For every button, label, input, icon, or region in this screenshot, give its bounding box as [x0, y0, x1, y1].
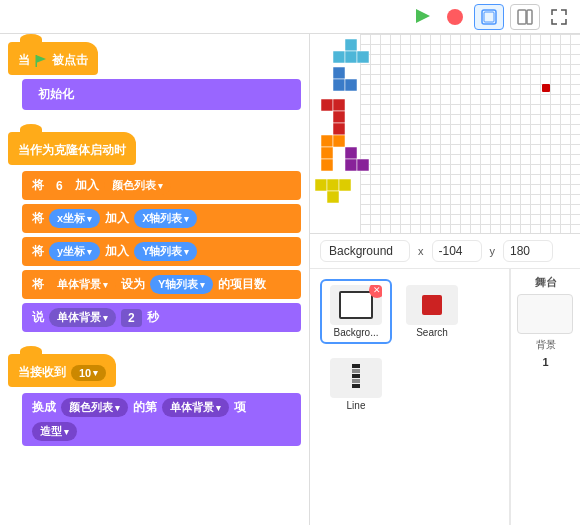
sprite-label-search: Search [416, 327, 448, 338]
svg-rect-24 [345, 159, 357, 171]
svg-rect-4 [518, 10, 526, 24]
sprite-item-line[interactable]: Line [320, 352, 392, 417]
say-block[interactable]: 说 单体背景 2 秒 [22, 303, 301, 332]
svg-rect-11 [357, 51, 369, 63]
expand-button[interactable] [546, 4, 572, 30]
svg-rect-12 [333, 67, 345, 79]
sprite-label-background: Backgro... [333, 327, 378, 338]
svg-rect-22 [321, 159, 333, 171]
svg-rect-17 [333, 111, 345, 123]
stage-mini-thumbnail[interactable] [517, 294, 573, 334]
svg-rect-3 [484, 12, 494, 22]
sprite-delete-button[interactable]: ✕ [369, 285, 382, 298]
stage-side-column: 舞台 背景 1 [510, 269, 580, 525]
top-bar [0, 0, 580, 34]
svg-rect-14 [345, 79, 357, 91]
sprite-thumb-search [406, 285, 458, 325]
right-panel: x y ✕ Backgro... [310, 34, 580, 525]
sprite-item-background[interactable]: ✕ Backgro... [320, 279, 392, 344]
sprite-item-search[interactable]: Search [396, 279, 468, 344]
bottom-panels: ✕ Backgro... Search [310, 269, 580, 525]
init-block[interactable]: 初始化 [22, 79, 301, 110]
svg-rect-15 [321, 99, 333, 111]
block-text: 当作为克隆体启动时 [18, 142, 126, 159]
stage-label: 舞台 [517, 275, 574, 290]
svg-rect-16 [333, 99, 345, 111]
svg-rect-34 [352, 384, 360, 388]
when-receive-block[interactable]: 当接收到 10 [8, 354, 116, 387]
svg-rect-29 [327, 191, 339, 203]
sprite-name-input[interactable] [320, 240, 410, 262]
y-coord-input[interactable] [503, 240, 553, 262]
block-group-4: 当接收到 10 [8, 354, 301, 387]
block-group-2: 当作为克隆体启动时 [8, 132, 301, 165]
svg-rect-28 [339, 179, 351, 191]
main-content: 当 被点击 初始化 当作为克隆体启动时 [0, 34, 580, 525]
set-single-bg-block[interactable]: 将 单体背景 设为 Y轴列表 的项目数 [22, 270, 301, 299]
sprite-thumb-line [330, 358, 382, 398]
svg-rect-19 [321, 135, 333, 147]
svg-rect-27 [327, 179, 339, 191]
block-label: 初始化 [38, 86, 74, 103]
sprite-label-line: Line [347, 400, 366, 411]
block-group-3: 将 6 加入 颜色列表 将 x坐标 加入 X轴列表 将 y坐标 加入 Y轴列表 … [22, 171, 301, 332]
red-dot-sprite [542, 84, 550, 92]
svg-rect-26 [315, 179, 327, 191]
y-label: y [490, 245, 496, 257]
stage-area [310, 34, 580, 234]
svg-rect-23 [345, 147, 357, 159]
block-text: 被点击 [52, 52, 88, 69]
view-normal-button[interactable] [474, 4, 504, 30]
svg-rect-32 [352, 374, 360, 378]
sprite-list-area: ✕ Backgro... Search [310, 269, 510, 525]
block-group-1: 当 被点击 初始化 [8, 42, 301, 110]
when-clone-start-block[interactable]: 当作为克隆体启动时 [8, 132, 136, 165]
add-to-color-list-block[interactable]: 将 6 加入 颜色列表 [22, 171, 301, 200]
svg-rect-13 [333, 79, 345, 91]
svg-rect-7 [36, 55, 38, 67]
tetris-pieces [315, 39, 435, 234]
search-thumb-icon [422, 295, 442, 315]
svg-marker-6 [36, 55, 46, 63]
block-group-5: 换成 颜色列表 的第 单体背景 项 造型 [22, 393, 301, 446]
svg-rect-20 [333, 135, 345, 147]
background-thumb-icon [339, 291, 373, 319]
backdrop-label: 背景 [517, 338, 574, 352]
x-coord-input[interactable] [432, 240, 482, 262]
sprite-info-bar: x y [310, 234, 580, 269]
svg-marker-0 [416, 9, 430, 23]
svg-rect-10 [345, 51, 357, 63]
svg-point-1 [447, 9, 463, 25]
flag-icon-inline [34, 54, 48, 68]
view-stage-button[interactable] [510, 4, 540, 30]
code-panel: 当 被点击 初始化 当作为克隆体启动时 [0, 34, 310, 525]
sprite-thumb-background: ✕ [330, 285, 382, 325]
add-y-to-list-block[interactable]: 将 y坐标 加入 Y轴列表 [22, 237, 301, 266]
sprite-row: ✕ Backgro... Search [316, 275, 503, 425]
when-flag-clicked-block[interactable]: 当 被点击 [8, 42, 98, 75]
svg-rect-25 [357, 159, 369, 171]
svg-rect-30 [352, 364, 360, 368]
line-thumb-icon [346, 364, 366, 392]
stop-button[interactable] [442, 4, 468, 30]
backdrop-count: 1 [517, 356, 574, 368]
switch-costume-block[interactable]: 换成 颜色列表 的第 单体背景 项 造型 [22, 393, 301, 446]
svg-rect-5 [527, 10, 532, 24]
svg-rect-21 [321, 147, 333, 159]
block-text: 当 [18, 52, 30, 69]
flag-button[interactable] [410, 4, 436, 30]
add-x-to-list-block[interactable]: 将 x坐标 加入 X轴列表 [22, 204, 301, 233]
x-label: x [418, 245, 424, 257]
svg-rect-8 [345, 39, 357, 51]
svg-rect-33 [352, 379, 360, 383]
svg-rect-31 [352, 369, 360, 373]
svg-rect-18 [333, 123, 345, 135]
svg-rect-9 [333, 51, 345, 63]
